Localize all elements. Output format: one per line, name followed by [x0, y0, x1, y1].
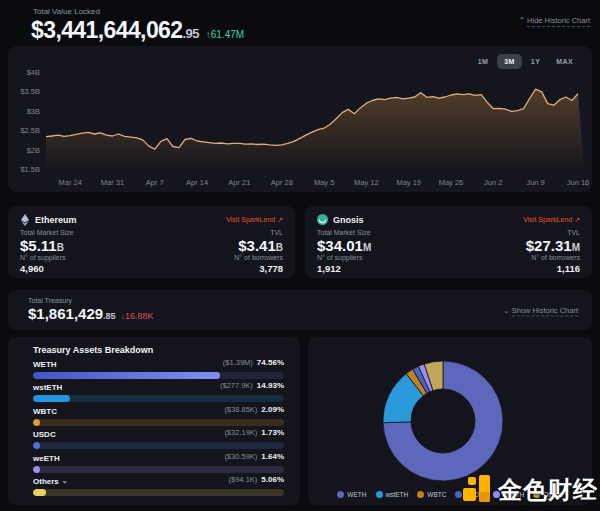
asset-name: Others⌄: [33, 477, 68, 486]
x-axis-tick: Mar 31: [101, 178, 124, 187]
asset-amount: ($32.19K): [224, 428, 257, 437]
breakdown-rows: WETH ($1.39M)74.56% wstETH ($277.9K)14.9…: [33, 358, 284, 498]
treasury-value-cents: .85: [103, 311, 116, 321]
legend-dot-icon: [337, 491, 344, 498]
show-historic-chart-link[interactable]: ⌄ Show Historic Chart: [503, 306, 578, 315]
asset-name: WBTC: [33, 407, 57, 416]
asset-progress-fill: [33, 442, 40, 449]
chevron-down-icon: ⌄: [503, 306, 509, 315]
x-axis-tick: May 12: [354, 178, 379, 187]
count-value: 1,912: [317, 263, 363, 274]
x-axis-tick: May 19: [396, 178, 421, 187]
x-axis-tick: May 26: [439, 178, 464, 187]
tvl-value-cents: .95: [182, 26, 198, 41]
breakdown-title: Treasury Assets Breakdown: [33, 345, 153, 355]
asset-amount: ($94.1K): [229, 475, 258, 484]
asset-name: wstETH: [33, 383, 62, 392]
time-range-group: 1M3M1YMAX: [471, 54, 580, 69]
watermark: 金色财经: [463, 474, 598, 506]
visit-sparklend-link[interactable]: Visit SparkLend ↗: [226, 216, 283, 224]
stat-label: Total Market Size: [317, 229, 371, 236]
x-axis-tick: May 5: [314, 178, 334, 187]
stat-value: $27.31M: [526, 237, 580, 254]
count-label: N° of suppliers: [317, 254, 363, 261]
x-axis-tick: Apr 7: [146, 178, 164, 187]
asset-amount: ($38.85K): [224, 405, 257, 414]
legend-item-wsteth[interactable]: wstETH: [376, 491, 409, 498]
tvl-change-badge: ↑61.47M: [206, 29, 244, 40]
stat-label: TVL: [526, 229, 580, 236]
chain-name: Ethereum: [35, 215, 77, 225]
asset-percent: 1.73%: [261, 428, 284, 437]
y-axis-tick: $1.5B: [20, 165, 40, 174]
spark-dashboard: Total Value Locked $3,441,644,062.95↑61.…: [0, 0, 600, 511]
y-axis-tick: $2.5B: [20, 126, 40, 135]
range-button-1y[interactable]: 1Y: [524, 54, 547, 69]
stat-label: TVL: [238, 229, 283, 236]
chain-name: Gnosis: [333, 215, 364, 225]
treasury-label: Total Treasury: [28, 297, 72, 304]
asset-amount: ($30.59K): [224, 452, 257, 461]
treasury-value: $1,861,429.85↓16.88K: [28, 305, 154, 322]
chevron-down-icon[interactable]: ⌄: [62, 477, 68, 485]
treasury-donut-chart[interactable]: [308, 339, 592, 485]
range-button-3m[interactable]: 3M: [497, 54, 522, 69]
asset-progress-fill: [33, 395, 70, 402]
legend-dot-icon: [455, 491, 462, 498]
asset-percent: 14.93%: [257, 381, 284, 390]
count-value: 3,778: [234, 263, 283, 274]
legend-dot-icon: [376, 491, 383, 498]
external-link-icon: ↗: [277, 216, 283, 223]
x-axis-tick: Apr 28: [271, 178, 293, 187]
y-axis-tick: $3B: [27, 107, 40, 116]
legend-dot-icon: [417, 491, 424, 498]
range-button-max[interactable]: MAX: [549, 54, 580, 69]
asset-progress-fill: [33, 419, 40, 426]
gnosis-icon: [317, 214, 328, 225]
treasury-asset-row-others: Others⌄ ($94.1K)5.06%: [33, 475, 284, 498]
asset-progress-track: [33, 489, 284, 496]
chevron-up-icon: ⌃: [519, 16, 525, 25]
asset-percent: 1.64%: [261, 452, 284, 461]
x-axis-tick: Apr 21: [228, 178, 250, 187]
ethereum-icon: [20, 214, 30, 226]
asset-name: WETH: [33, 360, 57, 369]
asset-percent: 74.56%: [257, 358, 284, 367]
x-axis-tick: Jun 9: [526, 178, 544, 187]
count-label: N° of borrowers: [234, 254, 283, 261]
treasury-change-badge: ↓16.88K: [121, 311, 154, 321]
asset-name: USDC: [33, 430, 56, 439]
range-button-1m[interactable]: 1M: [471, 54, 496, 69]
legend-item-weth[interactable]: WETH: [337, 491, 366, 498]
tvl-value: $3,441,644,062.95↑61.47M: [31, 17, 244, 44]
stat-value: $5.11B: [20, 237, 74, 254]
y-axis-tick: $2B: [27, 146, 40, 155]
market-card-ethereum: Ethereum Visit SparkLend ↗ Total Market …: [8, 206, 295, 278]
asset-percent: 5.06%: [261, 475, 284, 484]
visit-sparklend-link[interactable]: Visit SparkLend ↗: [523, 216, 580, 224]
asset-amount: ($277.9K): [220, 381, 253, 390]
golden-finance-logo-icon: [463, 475, 495, 506]
x-axis-tick: Apr 14: [186, 178, 208, 187]
x-axis-tick: Jun 16: [567, 178, 590, 187]
tvl-chart-card: 1M3M1YMAX $4B$3.5B$3B$2.5B$2B$1.5BMar 24…: [8, 46, 592, 192]
asset-amount: ($1.39M): [223, 358, 253, 367]
hide-historic-chart-link[interactable]: ⌃ Hide Historic Chart: [519, 16, 590, 25]
tvl-label: Total Value Locked: [33, 7, 100, 16]
treasury-card: Total Treasury $1,861,429.85↓16.88K ⌄ Sh…: [8, 290, 592, 330]
watermark-text: 金色财经: [498, 474, 598, 506]
asset-name: weETH: [33, 454, 60, 463]
count-value: 4,960: [20, 263, 66, 274]
stat-value: $3.41B: [238, 237, 283, 254]
y-axis-tick: $3.5B: [20, 87, 40, 96]
tvl-value-main: $3,441,644,062: [31, 17, 182, 43]
tvl-area-chart[interactable]: $4B$3.5B$3B$2.5B$2B$1.5BMar 24Mar 31Apr …: [8, 58, 592, 190]
asset-progress-fill: [33, 372, 220, 379]
treasury-value-main: $1,861,429: [28, 305, 103, 322]
external-link-icon: ↗: [574, 216, 580, 223]
count-value: 1,116: [531, 263, 580, 274]
count-label: N° of borrowers: [531, 254, 580, 261]
legend-item-wbtc[interactable]: WBTC: [417, 491, 446, 498]
treasury-breakdown-card: Treasury Assets Breakdown WETH ($1.39M)7…: [8, 337, 300, 505]
x-axis-tick: Mar 24: [59, 178, 82, 187]
